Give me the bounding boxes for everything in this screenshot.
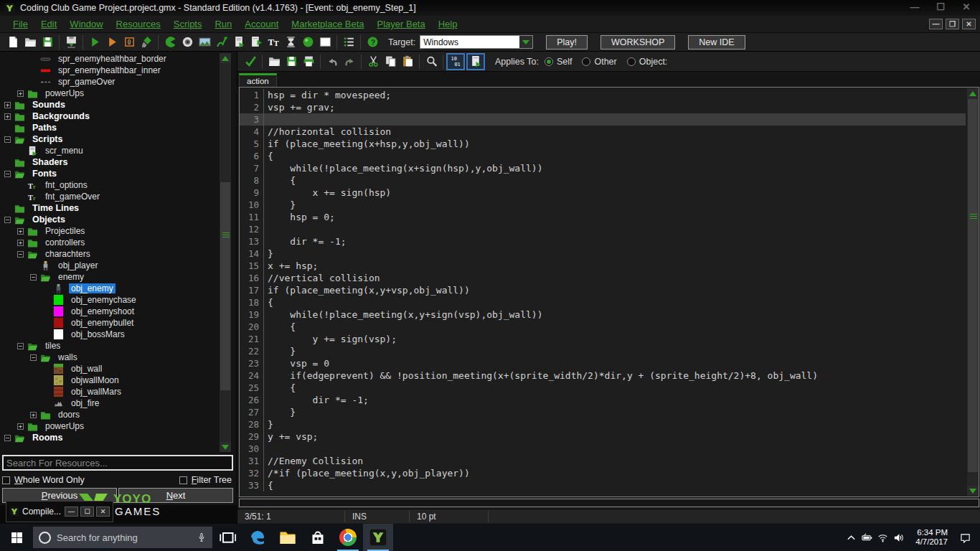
save-project-button[interactable]: [39, 34, 56, 50]
collapse-icon[interactable]: −: [4, 136, 11, 143]
tree-item-enemy[interactable]: −enemy: [0, 271, 218, 283]
tree-item-powerUps[interactable]: +powerUps: [0, 88, 218, 99]
maximize-button[interactable]: ☐: [933, 1, 948, 12]
search-button[interactable]: [423, 54, 440, 70]
code-line-33[interactable]: 33{: [240, 479, 966, 491]
code-line-11[interactable]: 11 hsp = 0;: [240, 211, 966, 223]
start-button[interactable]: [0, 524, 33, 551]
expand-icon[interactable]: +: [17, 228, 24, 235]
code-line-10[interactable]: 10 }: [240, 199, 966, 211]
cut-button[interactable]: [364, 54, 382, 70]
instances-button[interactable]: [340, 34, 357, 50]
code-line-27[interactable]: 27 }: [240, 406, 966, 418]
tree-item-obj_enemybullet[interactable]: obj_enemybullet: [0, 317, 218, 329]
scroll-down-icon[interactable]: [967, 486, 979, 496]
new-ide-button[interactable]: New IDE: [688, 35, 745, 50]
tree-item-obj_bossMars[interactable]: obj_bossMars: [0, 329, 218, 340]
expand-icon[interactable]: +: [17, 90, 24, 97]
applies-to-radio-self[interactable]: Self: [545, 57, 573, 67]
check-button[interactable]: [242, 54, 259, 70]
code-line-18[interactable]: 18{: [240, 296, 966, 309]
code-line-14[interactable]: 14}: [240, 248, 966, 260]
create-shader-button[interactable]: [248, 34, 265, 50]
search-input[interactable]: [2, 455, 233, 471]
code-line-29[interactable]: 29y += vsp;: [240, 430, 966, 443]
tree-item-obj_enemy[interactable]: obj_enemy: [0, 283, 218, 294]
code-line-25[interactable]: 25 {: [240, 382, 966, 394]
taskbar-search-input[interactable]: Search for anything: [33, 527, 212, 548]
tree-item-obj_player[interactable]: obj_player: [0, 260, 218, 271]
clean-button[interactable]: [138, 34, 155, 50]
create-font-button[interactable]: TT: [265, 34, 282, 50]
expand-icon[interactable]: +: [17, 240, 24, 246]
play-button[interactable]: Play!: [546, 35, 588, 50]
code-line-20[interactable]: 20 {: [240, 321, 966, 333]
create-sprite-button[interactable]: [161, 34, 179, 50]
tree-item-obj_fire[interactable]: obj_fire: [0, 397, 218, 409]
menu-file[interactable]: File: [7, 17, 34, 31]
tree-item-Backgrounds[interactable]: +Backgrounds: [0, 110, 218, 122]
code-area[interactable]: 1hsp = dir * movespeed;2vsp += grav;34//…: [239, 87, 979, 497]
code-line-1[interactable]: 1hsp = dir * movespeed;: [240, 89, 966, 101]
code-line-21[interactable]: 21 y += sign(vsp);: [240, 333, 966, 345]
collapse-icon[interactable]: −: [30, 274, 37, 281]
tree-item-spr_gameOver[interactable]: spr_gameOver: [0, 76, 218, 88]
code-line-32[interactable]: 32/*if (place_meeting(x,y,obj_player)): [240, 467, 966, 479]
chevron-up-icon[interactable]: [843, 524, 859, 551]
expand-icon[interactable]: +: [17, 423, 24, 430]
redo-button[interactable]: [341, 54, 358, 70]
whole-word-checkbox[interactable]: [2, 476, 10, 484]
code-line-31[interactable]: 31//Enemy Collision: [240, 455, 966, 467]
tree-item-powerUps[interactable]: +powerUps: [0, 420, 218, 432]
volume-icon[interactable]: [890, 524, 906, 551]
menu-marketplace-beta[interactable]: Marketplace Beta: [286, 17, 369, 31]
menu-scripts[interactable]: Scripts: [168, 17, 208, 31]
code-line-19[interactable]: 19 while(!place_meeting(x,y+sign(vsp),ob…: [240, 309, 966, 321]
tree-item-doors[interactable]: +doors: [0, 409, 218, 420]
toggle-binary-button[interactable]: 1001: [446, 53, 465, 70]
create-timeline-button[interactable]: [282, 34, 299, 50]
compile-window[interactable]: Compile... — ☐ ✕: [6, 501, 113, 522]
tree-item-obj_enemyshoot[interactable]: obj_enemyshoot: [0, 306, 218, 317]
taskbar-app-edge[interactable]: [242, 524, 273, 551]
compile-minimize-button[interactable]: —: [65, 507, 78, 517]
tree-item-controllers[interactable]: +controllers: [0, 237, 218, 248]
applies-to-radio-object[interactable]: Object:: [627, 57, 668, 67]
tree-item-tiles[interactable]: −tiles: [0, 340, 218, 352]
open-project-button[interactable]: [22, 34, 39, 50]
code-line-26[interactable]: 26 dir *= -1;: [240, 394, 966, 406]
tree-item-scr_menu[interactable]: scr_menu: [0, 145, 218, 156]
taskbar-clock[interactable]: 6:34 PM 4/7/2017: [915, 528, 948, 547]
tree-item-obj_wall[interactable]: obj_wall: [0, 363, 218, 375]
code-horizontal-scrollbar[interactable]: [239, 499, 979, 507]
tree-item-fnt_options[interactable]: Trfnt_options: [0, 179, 218, 191]
print-button[interactable]: [300, 54, 317, 70]
code-line-5[interactable]: 5if (place_meeting(x+hsp,y,obj_wall)): [240, 138, 966, 150]
create-executable-button[interactable]: [62, 34, 80, 50]
tree-item-charachters[interactable]: −charachters: [0, 248, 218, 260]
code-line-7[interactable]: 7 while(!place_meeting(x+sign(hsp),y,obj…: [240, 162, 966, 174]
taskbar-app-store[interactable]: [303, 524, 333, 551]
action-center-icon[interactable]: [957, 524, 973, 551]
code-line-30[interactable]: 30: [240, 443, 966, 455]
create-script-button[interactable]: [230, 34, 248, 50]
code-scrollbar-thumb[interactable]: [968, 99, 978, 472]
code-line-8[interactable]: 8 {: [240, 174, 966, 187]
menu-run[interactable]: Run: [209, 17, 237, 31]
stop-button[interactable]: 0: [121, 34, 138, 50]
toggle-script-button[interactable]: [466, 53, 485, 70]
collapse-icon[interactable]: −: [17, 343, 24, 349]
code-line-2[interactable]: 2vsp += grav;: [240, 101, 966, 113]
save-project-button[interactable]: [283, 54, 300, 70]
create-object-button[interactable]: [299, 34, 316, 50]
create-path-button[interactable]: [213, 34, 230, 50]
menu-player-beta[interactable]: Player Beta: [372, 17, 431, 31]
code-line-6[interactable]: 6{: [240, 150, 966, 162]
workshop-button[interactable]: WORKSHOP: [600, 35, 675, 50]
tree-scrollbar[interactable]: [220, 53, 231, 452]
tree-item-spr_enemyhealthbar_border[interactable]: spr_enemyhealthbar_border: [0, 53, 218, 65]
compile-maximize-button[interactable]: ☐: [80, 507, 94, 517]
taskbar-app-file-explorer[interactable]: [273, 524, 303, 551]
help-button[interactable]: ?: [364, 34, 381, 50]
minimize-button[interactable]: —: [907, 1, 923, 12]
